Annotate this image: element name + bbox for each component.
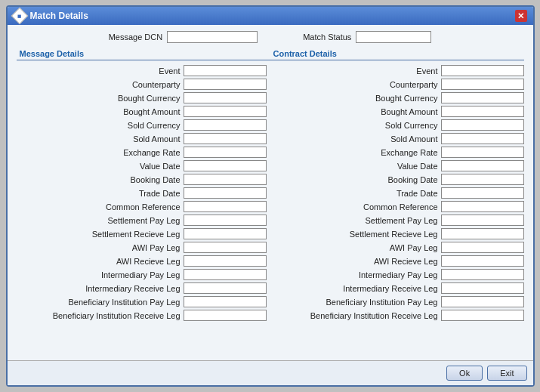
message-field-input[interactable] — [184, 296, 267, 307]
field-label: Common Reference — [317, 202, 438, 211]
message-field-row: Counterparty — [17, 79, 267, 90]
match-status-field: Match Status — [303, 31, 431, 43]
contract-field-input[interactable] — [441, 242, 524, 253]
message-field-input[interactable] — [184, 282, 267, 294]
columns-area: EventCounterpartyBought CurrencyBought A… — [17, 65, 524, 354]
contract-field-row: Counterparty — [274, 79, 524, 90]
contract-field-input[interactable] — [441, 228, 524, 239]
message-field-input[interactable] — [184, 92, 267, 103]
contract-field-input[interactable] — [441, 174, 524, 185]
title-bar: ◆ Match Details ✕ — [8, 7, 533, 25]
message-dcn-label: Message DCN — [109, 32, 163, 42]
field-label: Bought Amount — [317, 107, 438, 116]
contract-field-input[interactable] — [441, 106, 524, 117]
message-field-input[interactable] — [184, 310, 267, 321]
contract-field-input[interactable] — [441, 215, 524, 226]
contract-field-row: AWI Recieve Leg — [274, 255, 524, 267]
contract-field-row: Sold Currency — [274, 119, 524, 131]
contract-field-input[interactable] — [441, 187, 524, 199]
field-label: Event — [60, 66, 181, 76]
contract-field-input[interactable] — [441, 255, 524, 267]
message-field-row: Beneficiary Institution Pay Leg — [17, 296, 267, 307]
message-field-input[interactable] — [184, 106, 267, 117]
field-label: Settlement Pay Leg — [60, 216, 181, 225]
section-headers-row: Message Details Contract Details — [17, 49, 524, 60]
message-field-row: Settlement Pay Leg — [17, 215, 267, 226]
window-title: Match Details — [30, 11, 88, 21]
field-label: AWI Pay Leg — [60, 243, 181, 252]
contract-field-input[interactable] — [441, 65, 524, 76]
message-field-row: AWI Pay Leg — [17, 242, 267, 253]
field-label: Counterparty — [317, 80, 438, 89]
message-field-input[interactable] — [184, 228, 267, 239]
field-label: Intermediary Receive Leg — [317, 284, 438, 293]
contract-field-input[interactable] — [441, 147, 524, 158]
bottom-bar: Ok Exit — [8, 360, 533, 385]
close-button[interactable]: ✕ — [515, 10, 527, 22]
message-field-input[interactable] — [184, 201, 267, 212]
message-field-row: Booking Date — [17, 174, 267, 185]
contract-field-row: Common Reference — [274, 201, 524, 212]
contract-field-row: Beneficiary Institution Pay Leg — [274, 296, 524, 307]
field-label: Trade Date — [60, 189, 181, 198]
contract-field-input[interactable] — [441, 133, 524, 144]
message-field-input[interactable] — [184, 119, 267, 131]
title-bar-left: ◆ Match Details — [14, 10, 88, 22]
contract-field-input[interactable] — [441, 119, 524, 131]
message-field-row: Value Date — [17, 160, 267, 171]
message-details-title: Message Details — [20, 49, 85, 58]
contract-field-input[interactable] — [441, 160, 524, 171]
contract-field-row: Settlement Pay Leg — [274, 215, 524, 226]
message-field-input[interactable] — [184, 174, 267, 185]
contract-field-row: Trade Date — [274, 187, 524, 199]
field-label: Settlement Recieve Leg — [60, 230, 181, 239]
message-field-input[interactable] — [184, 269, 267, 280]
contract-field-input[interactable] — [441, 310, 524, 321]
message-field-input[interactable] — [184, 65, 267, 76]
message-field-input[interactable] — [184, 147, 267, 158]
message-field-input[interactable] — [184, 242, 267, 253]
message-field-input[interactable] — [184, 187, 267, 199]
message-field-row: Beneficiary Institution Receive Leg — [17, 310, 267, 321]
field-label: Bought Currency — [60, 94, 181, 103]
message-field-input[interactable] — [184, 133, 267, 144]
contract-field-input[interactable] — [441, 201, 524, 212]
ok-button[interactable]: Ok — [446, 366, 483, 381]
contract-field-input[interactable] — [441, 269, 524, 280]
message-field-input[interactable] — [184, 160, 267, 171]
match-status-input[interactable] — [356, 31, 431, 43]
contract-field-row: Event — [274, 65, 524, 76]
contract-field-input[interactable] — [441, 79, 524, 90]
field-label: Settlement Recieve Leg — [317, 230, 438, 239]
field-label: Trade Date — [317, 189, 438, 198]
contract-field-input[interactable] — [441, 282, 524, 294]
message-field-row: Sold Currency — [17, 119, 267, 131]
contract-field-input[interactable] — [441, 92, 524, 103]
message-dcn-input[interactable] — [167, 31, 258, 43]
contract-field-row: Sold Amount — [274, 133, 524, 144]
field-label: Sold Amount — [60, 134, 181, 144]
contract-details-title: Contract Details — [273, 49, 337, 58]
contract-details-column: EventCounterpartyBought CurrencyBought A… — [274, 65, 524, 354]
message-field-input[interactable] — [184, 255, 267, 267]
field-label: AWI Pay Leg — [317, 243, 438, 252]
contract-field-input[interactable] — [441, 296, 524, 307]
field-label: Intermediary Receive Leg — [60, 284, 181, 293]
field-label: Exchange Rate — [60, 148, 181, 157]
match-status-label: Match Status — [303, 32, 351, 42]
field-label: Settlement Pay Leg — [317, 216, 438, 225]
field-label: Intermediary Pay Leg — [317, 270, 438, 279]
field-label: Common Reference — [60, 202, 181, 211]
contract-field-row: Booking Date — [274, 174, 524, 185]
field-label: Beneficiary Institution Receive Leg — [53, 311, 181, 320]
message-field-row: Sold Amount — [17, 133, 267, 144]
message-field-row: Intermediary Pay Leg — [17, 269, 267, 280]
message-field-row: Exchange Rate — [17, 147, 267, 158]
message-field-input[interactable] — [184, 79, 267, 90]
message-field-row: Bought Amount — [17, 106, 267, 117]
message-field-input[interactable] — [184, 215, 267, 226]
contract-field-row: Bought Currency — [274, 92, 524, 103]
exit-button[interactable]: Exit — [487, 366, 526, 381]
field-label: Bought Amount — [60, 107, 181, 116]
field-label: Beneficiary Institution Receive Leg — [310, 311, 438, 320]
